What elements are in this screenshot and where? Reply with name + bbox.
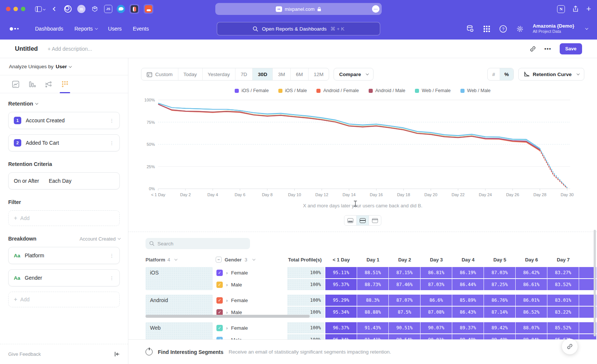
extension-cloud-icon[interactable] bbox=[144, 4, 153, 14]
nav-item-reports[interactable]: Reports bbox=[75, 26, 97, 32]
retention-value-cell[interactable]: 83.52% bbox=[547, 279, 579, 290]
tab-flows[interactable] bbox=[40, 75, 57, 93]
legend-item[interactable]: iOS / Male bbox=[278, 88, 307, 93]
date-range-custom[interactable]: Custom bbox=[141, 68, 178, 80]
retention-value-cell[interactable]: 87.07% bbox=[389, 295, 420, 306]
zoom-window-button[interactable] bbox=[21, 7, 25, 11]
retention-value-cell[interactable]: 90.01% bbox=[421, 334, 452, 339]
retention-value-cell[interactable]: 96.37% bbox=[325, 322, 357, 333]
chart-only-toggle[interactable] bbox=[344, 215, 357, 226]
event-step-card[interactable]: 1 Account Created ⋮ bbox=[8, 112, 120, 129]
compare-button[interactable]: Compare bbox=[334, 68, 374, 81]
new-tab-icon[interactable]: + bbox=[586, 5, 591, 13]
chart-type-dropdown[interactable]: Retention Curve bbox=[518, 68, 584, 81]
criteria-interval[interactable]: Each Day bbox=[49, 178, 72, 184]
retention-chart[interactable]: 100%75%50%25%0%< 1 DayDay 2Day 4Day 6Day… bbox=[140, 95, 586, 197]
retention-value-cell[interactable]: 87.14% bbox=[484, 307, 515, 318]
series-checkbox[interactable]: ✓ bbox=[216, 309, 223, 316]
share-link-fab[interactable] bbox=[562, 339, 578, 354]
day-column-header[interactable]: Day 1 bbox=[357, 257, 389, 263]
sidebar-toggle-icon[interactable] bbox=[35, 6, 45, 12]
retention-value-cell[interactable]: 87.15% bbox=[389, 267, 420, 278]
date-range-3m[interactable]: 3M bbox=[273, 68, 291, 80]
breakdown-scope-dropdown[interactable]: Account Created bbox=[79, 236, 120, 242]
breakdown-card[interactable]: Aa Gender ⋮ bbox=[8, 269, 120, 286]
retention-value-cell[interactable]: 87.5% bbox=[389, 307, 420, 318]
retention-value-cell[interactable]: 89.48% bbox=[452, 334, 484, 339]
extension-bird-icon[interactable] bbox=[117, 5, 125, 13]
more-options-icon[interactable]: ••• bbox=[544, 46, 551, 52]
retention-value-cell[interactable]: 90.07% bbox=[421, 322, 452, 333]
retention-value-cell[interactable]: 95.34% bbox=[325, 307, 357, 318]
gender-column-header[interactable]: − Gender 3 bbox=[216, 257, 284, 263]
retention-value-cell[interactable]: 86.44% bbox=[452, 279, 484, 290]
expand-chevron-icon[interactable]: › bbox=[226, 298, 228, 303]
tab-insights[interactable] bbox=[7, 75, 24, 93]
legend-item[interactable]: Android / Female bbox=[316, 88, 359, 93]
project-chevron-icon[interactable] bbox=[585, 26, 588, 29]
day-column-header[interactable]: Day 2 bbox=[389, 257, 421, 263]
expand-chevron-icon[interactable]: › bbox=[226, 282, 228, 288]
retention-value-cell[interactable]: 86.19% bbox=[452, 267, 484, 278]
retention-value-cell[interactable]: 85.52% bbox=[547, 322, 579, 333]
retention-value-cell[interactable]: 88.07% bbox=[516, 322, 547, 333]
day-column-header[interactable]: Day 5 bbox=[484, 257, 516, 263]
criteria-operator[interactable]: On or After bbox=[14, 178, 39, 184]
retention-value-cell[interactable]: 95.11% bbox=[325, 267, 357, 278]
retention-value-cell[interactable]: 89.48% bbox=[484, 334, 515, 339]
minimize-window-button[interactable] bbox=[13, 7, 18, 11]
day-column-header[interactable]: Day 4 bbox=[452, 257, 484, 263]
close-window-button[interactable] bbox=[6, 7, 10, 11]
retention-value-cell[interactable]: 86.6% bbox=[421, 295, 452, 306]
back-icon[interactable] bbox=[53, 7, 57, 11]
give-feedback-link[interactable]: Give Feedback bbox=[8, 351, 41, 357]
breakdown-card[interactable]: Aa Platform ⋮ bbox=[8, 247, 120, 264]
extension-m-icon[interactable]: m bbox=[77, 5, 85, 13]
day-column-header[interactable]: Day 7 bbox=[547, 257, 579, 263]
retention-value-cell[interactable]: 86.52% bbox=[516, 307, 547, 318]
retention-criteria-card[interactable]: On or After Each Day bbox=[8, 172, 120, 189]
platform-column-header[interactable]: Platform 4 bbox=[146, 257, 213, 263]
series-checkbox[interactable]: ✓ bbox=[216, 282, 223, 288]
date-range-today[interactable]: Today bbox=[178, 68, 203, 80]
project-switcher[interactable]: Amazonia {Demo} All Project Data bbox=[533, 23, 574, 34]
retention-value-cell[interactable]: 86.42% bbox=[516, 267, 547, 278]
retention-value-cell[interactable]: 86.01% bbox=[516, 295, 547, 306]
retention-value-cell[interactable]: 87.03% bbox=[421, 279, 452, 290]
retention-value-cell[interactable]: 87.25% bbox=[484, 279, 515, 290]
retention-value-cell[interactable]: 86.76% bbox=[484, 295, 515, 306]
add-filter-button[interactable]: + Add bbox=[8, 210, 120, 226]
select-all-checkbox[interactable]: − bbox=[216, 257, 222, 263]
expand-chevron-icon[interactable]: › bbox=[226, 270, 228, 276]
legend-item[interactable]: Web / Male bbox=[460, 88, 491, 93]
expand-chevron-icon[interactable]: › bbox=[226, 310, 228, 315]
retention-section-header[interactable]: Retention bbox=[8, 101, 120, 107]
counts-mode-button[interactable]: # bbox=[488, 68, 500, 80]
legend-item[interactable]: iOS / Female bbox=[235, 88, 269, 93]
collapse-sidebar-icon[interactable] bbox=[114, 352, 120, 357]
table-search-input[interactable]: Search bbox=[146, 238, 250, 249]
retention-value-cell[interactable]: 85.89% bbox=[452, 295, 484, 306]
date-range-12m[interactable]: 12M bbox=[309, 68, 329, 80]
retention-value-cell[interactable]: 95.29% bbox=[325, 295, 357, 306]
copy-link-icon[interactable] bbox=[529, 46, 536, 52]
expand-chevron-icon[interactable]: › bbox=[226, 325, 228, 331]
series-checkbox[interactable]: ✓ bbox=[216, 297, 223, 304]
retention-value-cell[interactable]: 88.04% bbox=[516, 334, 547, 339]
retention-value-cell[interactable]: 89.42% bbox=[484, 322, 515, 333]
retention-value-cell[interactable]: 83.22% bbox=[547, 307, 579, 318]
date-range-30d[interactable]: 30D bbox=[253, 68, 273, 80]
retention-value-cell[interactable]: 88.73% bbox=[357, 279, 388, 290]
tab-funnels[interactable] bbox=[24, 75, 40, 93]
retention-value-cell[interactable]: 89.37% bbox=[452, 322, 484, 333]
kebab-menu-icon[interactable]: ⋮ bbox=[109, 140, 114, 146]
vertical-scrollbar[interactable] bbox=[594, 230, 596, 336]
retention-value-cell[interactable]: 87.08% bbox=[421, 307, 452, 318]
help-icon[interactable]: ? bbox=[499, 25, 507, 33]
notion-tab-icon[interactable]: N bbox=[557, 5, 565, 13]
extension-cube-icon[interactable] bbox=[90, 4, 100, 14]
add-description[interactable]: + Add description... bbox=[47, 46, 92, 52]
legend-item[interactable]: Android / Male bbox=[369, 88, 406, 93]
series-checkbox[interactable]: ✓ bbox=[216, 270, 223, 276]
retention-value-cell[interactable]: 85.67% bbox=[547, 334, 579, 339]
